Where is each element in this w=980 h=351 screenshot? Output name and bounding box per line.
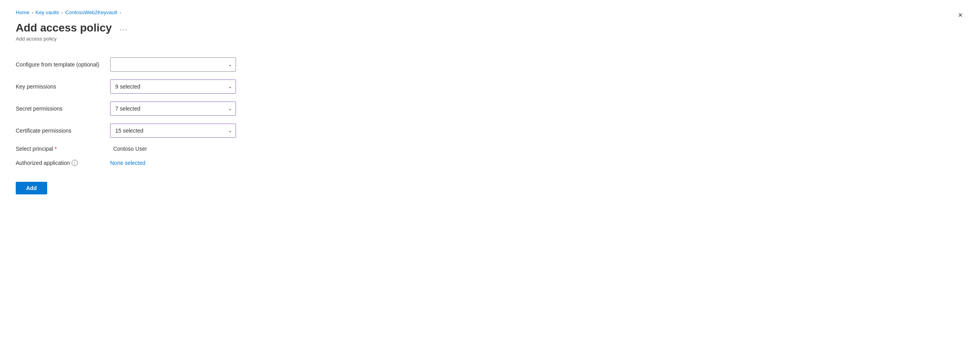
configure-template-select[interactable] [110, 57, 236, 72]
select-principal-label: Select principal [16, 146, 53, 152]
key-permissions-label: Key permissions [16, 83, 102, 90]
key-permissions-row: Key permissions 9 selected ⌄ [16, 79, 283, 94]
breadcrumb-vault[interactable]: ContosoWeb2Keyvault [65, 9, 117, 15]
page-subtitle: Add access policy [16, 36, 964, 42]
certificate-permissions-row: Certificate permissions 15 selected ⌄ [16, 124, 283, 138]
none-selected-link[interactable]: None selected [110, 160, 146, 166]
authorized-application-row: Authorized application i None selected [16, 160, 283, 166]
configure-template-control: ⌄ [110, 57, 236, 72]
configure-template-label: Configure from template (optional) [16, 61, 102, 68]
more-options-button[interactable]: ... [116, 22, 131, 34]
key-permissions-select[interactable]: 9 selected [110, 79, 236, 94]
breadcrumb-sep-3: › [120, 10, 121, 15]
breadcrumb-home[interactable]: Home [16, 9, 29, 15]
select-principal-label-container: Select principal * [16, 146, 102, 152]
add-button[interactable]: Add [16, 182, 47, 194]
breadcrumb-keyvaults[interactable]: Key vaults [35, 9, 59, 15]
certificate-permissions-control: 15 selected ⌄ [110, 124, 236, 138]
form-container: Configure from template (optional) ⌄ Key… [16, 57, 283, 194]
secret-permissions-select[interactable]: 7 selected [110, 102, 236, 116]
secret-permissions-label: Secret permissions [16, 105, 102, 112]
required-indicator: * [55, 146, 57, 152]
certificate-permissions-select[interactable]: 15 selected [110, 124, 236, 138]
page-header: Add access policy ... [16, 22, 964, 34]
select-principal-row: Select principal * Contoso User [16, 146, 283, 152]
authorized-application-label: Authorized application [16, 160, 70, 166]
principal-value: Contoso User [110, 146, 147, 152]
close-button[interactable]: × [956, 9, 964, 20]
key-permissions-control: 9 selected ⌄ [110, 79, 236, 94]
configure-template-row: Configure from template (optional) ⌄ [16, 57, 283, 72]
breadcrumb-sep-1: › [32, 10, 33, 15]
secret-permissions-control: 7 selected ⌄ [110, 102, 236, 116]
authorized-application-label-container: Authorized application i [16, 160, 102, 166]
breadcrumb-sep-2: › [61, 10, 63, 15]
secret-permissions-row: Secret permissions 7 selected ⌄ [16, 102, 283, 116]
certificate-permissions-label: Certificate permissions [16, 127, 102, 134]
page-container: Home › Key vaults › ContosoWeb2Keyvault … [0, 0, 980, 351]
page-title: Add access policy [16, 22, 112, 34]
info-icon[interactable]: i [72, 160, 78, 166]
breadcrumb: Home › Key vaults › ContosoWeb2Keyvault … [16, 9, 964, 15]
